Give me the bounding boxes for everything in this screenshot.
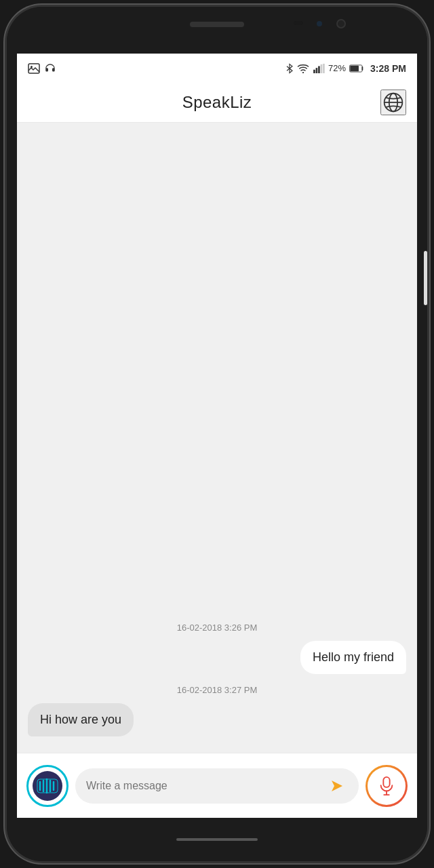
speaker-button[interactable]	[26, 765, 68, 807]
headset-icon	[44, 62, 56, 75]
image-icon	[28, 63, 40, 74]
message-input[interactable]	[86, 780, 321, 792]
message-bubble-right: Hello my friend	[300, 641, 406, 674]
phone-bottom	[7, 818, 427, 861]
battery-icon	[349, 64, 364, 73]
message-text: Hello my friend	[313, 650, 394, 664]
svg-line-2	[287, 66, 290, 68]
wifi-icon	[297, 64, 309, 73]
status-right-icons: 72% 3:28 PM	[285, 63, 406, 74]
message-row: Hi how are you	[28, 703, 406, 736]
svg-rect-22	[383, 776, 389, 787]
status-bar: 72% 3:28 PM	[17, 54, 417, 83]
status-left-icons	[28, 62, 56, 75]
scroll-indicator	[424, 251, 427, 305]
timestamp-2: 16-02-2018 3:27 PM	[28, 685, 406, 695]
bluetooth-icon	[285, 63, 294, 74]
svg-rect-11	[350, 66, 359, 71]
svg-marker-21	[332, 781, 342, 791]
language-button[interactable]	[380, 90, 406, 115]
app-title: SpeakLiz	[182, 93, 252, 112]
mic-icon	[377, 776, 396, 795]
message-text: Hi how are you	[40, 713, 121, 726]
svg-rect-8	[321, 64, 323, 73]
svg-line-3	[287, 68, 290, 71]
message-input-wrap[interactable]	[75, 768, 359, 804]
svg-rect-7	[318, 66, 320, 73]
svg-rect-5	[313, 70, 315, 73]
timestamp-1: 16-02-2018 3:26 PM	[28, 623, 406, 633]
home-indicator	[176, 838, 258, 841]
mic-button[interactable]	[366, 765, 408, 807]
signal-icon	[313, 64, 325, 73]
battery-percent: 72%	[328, 63, 346, 73]
globe-icon	[382, 92, 404, 113]
message-row: Hello my friend	[28, 641, 406, 674]
app-header: SpeakLiz	[17, 83, 417, 123]
speaker-icon	[35, 776, 60, 795]
svg-point-4	[302, 72, 304, 73]
svg-rect-9	[323, 64, 325, 73]
bottom-bar	[17, 753, 417, 818]
speaker-inner	[33, 771, 62, 801]
chat-area: 16-02-2018 3:26 PM Hello my friend 16-02…	[17, 123, 417, 753]
send-button[interactable]	[326, 775, 348, 797]
svg-rect-6	[316, 68, 318, 73]
message-bubble-left: Hi how are you	[28, 703, 134, 736]
send-icon	[329, 778, 345, 794]
time-display: 3:28 PM	[370, 63, 406, 74]
